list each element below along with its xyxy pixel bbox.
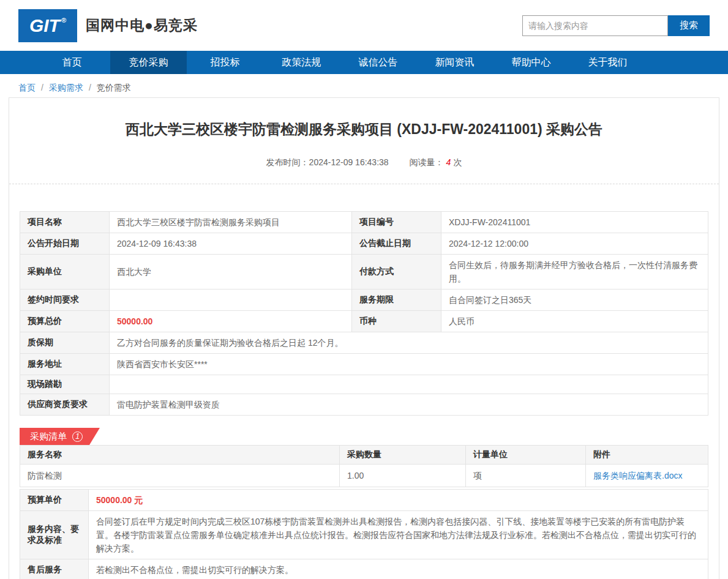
publish-time-value: 2024-12-09 16:43:38 — [309, 157, 389, 167]
field-label: 服务期限 — [352, 290, 441, 311]
info-row: 预算总价50000.00币种人民币 — [20, 311, 708, 332]
field-label: 公告开始日期 — [20, 233, 110, 255]
search-button[interactable]: 搜索 — [668, 15, 710, 36]
announcement-card: 西北大学三校区楼宇防雷检测服务采购项目 (XDJJ-FW-202411001) … — [9, 97, 719, 579]
unit-cell: 项 — [466, 465, 586, 487]
field-label: 项目编号 — [352, 212, 441, 233]
field-value: 若检测出不合格点位，需提出切实可行的解决方案。 — [89, 559, 708, 579]
registered-mark: ® — [61, 17, 66, 24]
main-nav: 首页竞价采购招投标政策法规诚信公告新闻资讯帮助中心关于我们 — [0, 51, 728, 74]
field-label: 付款方式 — [352, 255, 441, 290]
nav-item-5[interactable]: 诚信公告 — [340, 51, 416, 74]
field-label: 币种 — [352, 311, 441, 332]
attachment-cell: 服务类响应偏离表.docx — [586, 465, 708, 487]
field-label: 质保期 — [20, 332, 110, 354]
field-value: 合同生效后，待服务期满并经甲方验收合格后，一次性付清服务费用。 — [441, 255, 708, 290]
info-row: 公告开始日期2024-12-09 16:43:38公告截止日期2024-12-1… — [20, 233, 708, 255]
info-row: 供应商资质要求雷电防护装置检测甲级资质 — [20, 394, 708, 416]
nav-item-3[interactable]: 招投标 — [187, 51, 263, 74]
field-label: 售后服务 — [20, 559, 89, 579]
field-label: 预算总价 — [20, 311, 110, 332]
views-unit: 次 — [453, 157, 462, 167]
breadcrumb: 首页/采购需求/竞价需求 — [18, 81, 710, 94]
info-row: 服务地址陕西省西安市长安区**** — [20, 354, 708, 375]
top-header: GIT® 国网中电●易竞采 搜索 — [0, 0, 728, 51]
nav-item-6[interactable]: 新闻资讯 — [416, 51, 493, 74]
field-value: 50000.00 元 — [89, 490, 708, 511]
field-value: 人民币 — [441, 311, 708, 332]
list-column-header: 附件 — [586, 446, 708, 465]
detail-table: 预算单价50000.00 元服务内容、要求及标准合同签订后在甲方规定时间内完成三… — [20, 489, 708, 579]
article-meta: 发布时间：2024-12-09 16:43:38阅读量：4次 — [20, 157, 708, 168]
field-value: XDJJ-FW-202411001 — [441, 212, 708, 233]
quantity-cell: 1.00 — [340, 465, 466, 487]
field-label: 签约时间要求 — [20, 290, 110, 311]
list-table-head-row: 服务名称采购数量计量单位附件 — [20, 446, 708, 465]
field-label: 服务内容、要求及标准 — [20, 511, 89, 559]
detail-row: 服务内容、要求及标准合同签订后在甲方规定时间内完成三校区107栋楼宇防雷装置检测… — [20, 511, 708, 559]
detail-row: 预算单价50000.00 元 — [20, 490, 708, 511]
info-table-body: 项目名称西北大学三校区楼宇防雷检测服务采购项目项目编号XDJJ-FW-20241… — [20, 212, 708, 416]
logo[interactable]: GIT® — [18, 9, 77, 42]
breadcrumb-separator: / — [89, 83, 91, 92]
field-value: 2024-12-09 16:43:38 — [110, 233, 352, 255]
project-info-table: 项目名称西北大学三校区楼宇防雷检测服务采购项目项目编号XDJJ-FW-20241… — [20, 211, 708, 416]
info-row: 采购单位西北大学付款方式合同生效后，待服务期满并经甲方验收合格后，一次性付清服务… — [20, 255, 708, 290]
field-label: 项目名称 — [20, 212, 110, 233]
info-row: 签约时间要求服务期限自合同签订之日365天 — [20, 290, 708, 311]
badge-label: 采购清单 — [30, 431, 67, 443]
field-label: 服务地址 — [20, 354, 110, 375]
list-column-header: 采购数量 — [340, 446, 466, 465]
nav-item-1[interactable]: 首页 — [34, 51, 110, 74]
field-label: 供应商资质要求 — [20, 394, 110, 416]
purchase-list-table: 服务名称采购数量计量单位附件 防雷检测1.00项服务类响应偏离表.docx — [20, 445, 708, 487]
field-value: 自合同签订之日365天 — [441, 290, 708, 311]
nav-item-4[interactable]: 政策法规 — [263, 51, 340, 74]
info-row: 项目名称西北大学三校区楼宇防雷检测服务采购项目项目编号XDJJ-FW-20241… — [20, 212, 708, 233]
breadcrumb-separator: / — [41, 83, 43, 92]
info-row: 现场踏勘 — [20, 375, 708, 394]
field-value: 2024-12-12 12:00:00 — [441, 233, 708, 255]
list-table-body: 防雷检测1.00项服务类响应偏离表.docx — [20, 465, 708, 487]
field-label: 现场踏勘 — [20, 375, 110, 394]
search-input[interactable] — [522, 15, 668, 36]
field-value — [110, 290, 352, 311]
list-row: 防雷检测1.00项服务类响应偏离表.docx — [20, 465, 708, 487]
field-value: 雷电防护装置检测甲级资质 — [110, 394, 708, 416]
search-bar: 搜索 — [522, 15, 710, 36]
views-count: 4 — [446, 157, 451, 167]
field-label: 预算单价 — [20, 490, 89, 511]
nav-item-8[interactable]: 关于我们 — [569, 51, 646, 74]
service-name-cell: 防雷检测 — [20, 465, 340, 487]
views-label: 阅读量： — [410, 157, 444, 167]
list-column-header: 服务名称 — [20, 446, 340, 465]
purchase-list-badge: 采购清单 1 — [20, 428, 100, 445]
breadcrumb-link[interactable]: 首页 — [18, 83, 36, 92]
breadcrumb-link[interactable]: 采购需求 — [49, 83, 83, 92]
nav-item-2[interactable]: 竞价采购 — [110, 51, 187, 74]
field-value: 合同签订后在甲方规定时间内完成三校区107栋楼宇防雷装置检测并出具检测报告，检测… — [89, 511, 708, 559]
field-label: 公告截止日期 — [352, 233, 441, 255]
field-value: 陕西省西安市长安区**** — [110, 354, 708, 375]
detail-row: 售后服务若检测出不合格点位，需提出切实可行的解决方案。 — [20, 559, 708, 579]
attachment-link[interactable]: 服务类响应偏离表.docx — [593, 471, 682, 480]
breadcrumb-current: 竞价需求 — [97, 83, 131, 92]
list-column-header: 计量单位 — [466, 446, 586, 465]
field-label: 采购单位 — [20, 255, 110, 290]
field-value — [110, 375, 708, 394]
detail-table-body: 预算单价50000.00 元服务内容、要求及标准合同签订后在甲方规定时间内完成三… — [20, 490, 708, 579]
page-title: 西北大学三校区楼宇防雷检测服务采购项目 (XDJJ-FW-202411001) … — [20, 120, 708, 139]
logo-text: GIT — [29, 15, 60, 36]
field-value: 西北大学 — [110, 255, 352, 290]
publish-time-label: 发布时间： — [266, 157, 309, 167]
dashed-divider — [9, 184, 719, 184]
field-value: 乙方对合同服务的质量保证期为验收合格后之日起 12个月。 — [110, 332, 708, 354]
field-value: 50000.00 — [110, 311, 352, 332]
site-name: 国网中电●易竞采 — [86, 16, 198, 35]
field-value: 西北大学三校区楼宇防雷检测服务采购项目 — [110, 212, 352, 233]
nav-item-7[interactable]: 帮助中心 — [493, 51, 569, 74]
info-row: 质保期乙方对合同服务的质量保证期为验收合格后之日起 12个月。 — [20, 332, 708, 354]
badge-count: 1 — [72, 431, 83, 442]
